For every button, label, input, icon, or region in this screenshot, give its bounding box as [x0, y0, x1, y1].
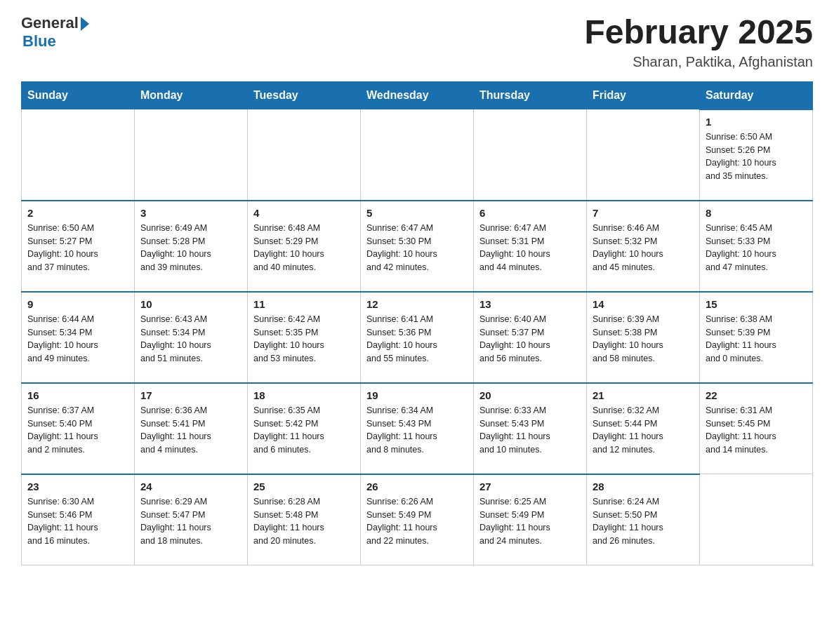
day-number: 1	[706, 116, 807, 128]
day-info: Sunrise: 6:28 AMSunset: 5:48 PMDaylight:…	[253, 495, 355, 548]
day-number: 22	[706, 389, 807, 401]
calendar-cell: 8Sunrise: 6:45 AMSunset: 5:33 PMDaylight…	[700, 201, 813, 292]
calendar-cell: 27Sunrise: 6:25 AMSunset: 5:49 PMDayligh…	[474, 474, 587, 565]
day-number: 9	[27, 298, 128, 310]
day-info: Sunrise: 6:50 AMSunset: 5:27 PMDaylight:…	[27, 222, 128, 274]
calendar-cell: 12Sunrise: 6:41 AMSunset: 5:36 PMDayligh…	[361, 292, 474, 383]
col-tuesday: Tuesday	[248, 81, 361, 109]
calendar-cell: 13Sunrise: 6:40 AMSunset: 5:37 PMDayligh…	[474, 292, 587, 383]
calendar-cell: 17Sunrise: 6:36 AMSunset: 5:41 PMDayligh…	[135, 383, 248, 474]
calendar-cell: 26Sunrise: 6:26 AMSunset: 5:49 PMDayligh…	[361, 474, 474, 565]
day-info: Sunrise: 6:24 AMSunset: 5:50 PMDaylight:…	[593, 495, 694, 548]
day-info: Sunrise: 6:39 AMSunset: 5:38 PMDaylight:…	[593, 313, 694, 365]
day-number: 19	[366, 389, 468, 401]
calendar-cell	[361, 109, 474, 201]
calendar-week-row: 9Sunrise: 6:44 AMSunset: 5:34 PMDaylight…	[22, 292, 813, 383]
col-monday: Monday	[135, 81, 248, 109]
day-info: Sunrise: 6:50 AMSunset: 5:26 PMDaylight:…	[706, 130, 807, 183]
calendar-cell: 2Sunrise: 6:50 AMSunset: 5:27 PMDaylight…	[22, 201, 135, 292]
calendar-cell: 7Sunrise: 6:46 AMSunset: 5:32 PMDaylight…	[587, 201, 700, 292]
day-number: 11	[253, 298, 355, 310]
location-text: Sharan, Paktika, Afghanistan	[584, 54, 813, 70]
calendar-cell: 24Sunrise: 6:29 AMSunset: 5:47 PMDayligh…	[135, 474, 248, 565]
calendar-cell: 11Sunrise: 6:42 AMSunset: 5:35 PMDayligh…	[248, 292, 361, 383]
day-info: Sunrise: 6:36 AMSunset: 5:41 PMDaylight:…	[140, 404, 241, 457]
day-info: Sunrise: 6:47 AMSunset: 5:31 PMDaylight:…	[479, 222, 581, 274]
day-info: Sunrise: 6:42 AMSunset: 5:35 PMDaylight:…	[253, 313, 355, 365]
col-thursday: Thursday	[474, 81, 587, 109]
col-sunday: Sunday	[22, 81, 135, 109]
calendar-table: Sunday Monday Tuesday Wednesday Thursday…	[21, 81, 813, 566]
day-info: Sunrise: 6:45 AMSunset: 5:33 PMDaylight:…	[706, 222, 807, 274]
calendar-week-row: 2Sunrise: 6:50 AMSunset: 5:27 PMDaylight…	[22, 201, 813, 292]
day-number: 7	[593, 207, 694, 219]
day-number: 21	[593, 389, 694, 401]
calendar-cell: 18Sunrise: 6:35 AMSunset: 5:42 PMDayligh…	[248, 383, 361, 474]
day-number: 12	[366, 298, 468, 310]
calendar-cell	[135, 109, 248, 201]
logo-blue-text: Blue	[22, 32, 56, 51]
day-info: Sunrise: 6:46 AMSunset: 5:32 PMDaylight:…	[593, 222, 694, 274]
day-info: Sunrise: 6:49 AMSunset: 5:28 PMDaylight:…	[140, 222, 241, 274]
col-wednesday: Wednesday	[361, 81, 474, 109]
calendar-cell: 5Sunrise: 6:47 AMSunset: 5:30 PMDaylight…	[361, 201, 474, 292]
day-number: 14	[593, 298, 694, 310]
day-info: Sunrise: 6:44 AMSunset: 5:34 PMDaylight:…	[27, 313, 128, 365]
col-friday: Friday	[587, 81, 700, 109]
day-info: Sunrise: 6:30 AMSunset: 5:46 PMDaylight:…	[27, 495, 128, 548]
day-info: Sunrise: 6:26 AMSunset: 5:49 PMDaylight:…	[366, 495, 468, 548]
calendar-week-row: 1Sunrise: 6:50 AMSunset: 5:26 PMDaylight…	[22, 109, 813, 201]
day-number: 26	[366, 481, 468, 492]
day-number: 28	[593, 481, 694, 492]
day-info: Sunrise: 6:47 AMSunset: 5:30 PMDaylight:…	[366, 222, 468, 274]
day-info: Sunrise: 6:43 AMSunset: 5:34 PMDaylight:…	[140, 313, 241, 365]
calendar-cell: 4Sunrise: 6:48 AMSunset: 5:29 PMDaylight…	[248, 201, 361, 292]
day-number: 13	[479, 298, 581, 310]
day-number: 5	[366, 207, 468, 219]
day-number: 27	[479, 481, 581, 492]
calendar-cell: 14Sunrise: 6:39 AMSunset: 5:38 PMDayligh…	[587, 292, 700, 383]
calendar-cell: 22Sunrise: 6:31 AMSunset: 5:45 PMDayligh…	[700, 383, 813, 474]
day-number: 6	[479, 207, 581, 219]
day-number: 17	[140, 389, 241, 401]
day-info: Sunrise: 6:31 AMSunset: 5:45 PMDaylight:…	[706, 404, 807, 457]
day-number: 16	[27, 389, 128, 401]
calendar-cell: 23Sunrise: 6:30 AMSunset: 5:46 PMDayligh…	[22, 474, 135, 565]
day-info: Sunrise: 6:37 AMSunset: 5:40 PMDaylight:…	[27, 404, 128, 457]
month-title: February 2025	[584, 14, 813, 51]
calendar-cell: 16Sunrise: 6:37 AMSunset: 5:40 PMDayligh…	[22, 383, 135, 474]
calendar-cell: 20Sunrise: 6:33 AMSunset: 5:43 PMDayligh…	[474, 383, 587, 474]
calendar-week-row: 23Sunrise: 6:30 AMSunset: 5:46 PMDayligh…	[22, 474, 813, 565]
day-number: 20	[479, 389, 581, 401]
day-info: Sunrise: 6:35 AMSunset: 5:42 PMDaylight:…	[253, 404, 355, 457]
day-number: 18	[253, 389, 355, 401]
calendar-cell	[474, 109, 587, 201]
logo-general-text: General	[21, 14, 79, 32]
logo: General Blue	[21, 14, 89, 51]
calendar-cell	[587, 109, 700, 201]
day-number: 8	[706, 207, 807, 219]
day-info: Sunrise: 6:40 AMSunset: 5:37 PMDaylight:…	[479, 313, 581, 365]
day-number: 4	[253, 207, 355, 219]
calendar-cell: 1Sunrise: 6:50 AMSunset: 5:26 PMDaylight…	[700, 109, 813, 201]
day-info: Sunrise: 6:33 AMSunset: 5:43 PMDaylight:…	[479, 404, 581, 457]
calendar-cell: 10Sunrise: 6:43 AMSunset: 5:34 PMDayligh…	[135, 292, 248, 383]
day-number: 3	[140, 207, 241, 219]
day-info: Sunrise: 6:32 AMSunset: 5:44 PMDaylight:…	[593, 404, 694, 457]
calendar-cell	[22, 109, 135, 201]
day-number: 15	[706, 298, 807, 310]
page-header: General Blue February 2025 Sharan, Pakti…	[21, 14, 813, 70]
day-info: Sunrise: 6:41 AMSunset: 5:36 PMDaylight:…	[366, 313, 468, 365]
day-number: 2	[27, 207, 128, 219]
day-number: 23	[27, 481, 128, 492]
day-number: 24	[140, 481, 241, 492]
calendar-cell: 15Sunrise: 6:38 AMSunset: 5:39 PMDayligh…	[700, 292, 813, 383]
day-info: Sunrise: 6:29 AMSunset: 5:47 PMDaylight:…	[140, 495, 241, 548]
calendar-cell: 9Sunrise: 6:44 AMSunset: 5:34 PMDaylight…	[22, 292, 135, 383]
calendar-cell: 28Sunrise: 6:24 AMSunset: 5:50 PMDayligh…	[587, 474, 700, 565]
day-info: Sunrise: 6:25 AMSunset: 5:49 PMDaylight:…	[479, 495, 581, 548]
calendar-cell: 6Sunrise: 6:47 AMSunset: 5:31 PMDaylight…	[474, 201, 587, 292]
calendar-week-row: 16Sunrise: 6:37 AMSunset: 5:40 PMDayligh…	[22, 383, 813, 474]
logo-arrow-icon	[81, 17, 89, 31]
calendar-cell	[700, 474, 813, 565]
